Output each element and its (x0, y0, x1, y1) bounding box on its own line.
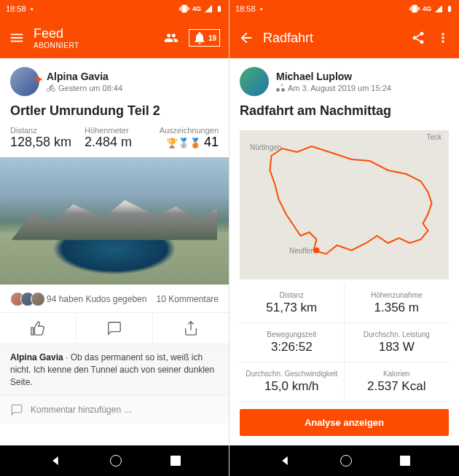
battery-icon (446, 4, 453, 14)
recent-nav-icon[interactable] (400, 456, 410, 466)
page-subtitle: ABONNIERT (34, 41, 155, 49)
kudos-row[interactable]: 94 haben Kudos gegeben 10 Kommentare (0, 285, 229, 312)
route-path (240, 130, 449, 279)
android-nav-bar (0, 445, 229, 476)
page-title: Radfahrt (263, 31, 402, 46)
more-icon[interactable] (436, 31, 450, 45)
activity-detail-screen: 18:58 • 4G Radfahrt Michael Luplow Am 3.… (230, 0, 459, 476)
activity-title: Radfahrt am Nachmittag (230, 100, 459, 126)
activity-title[interactable]: Ortler Umrundung Teil 2 (0, 100, 229, 126)
vibrate-icon (409, 4, 420, 14)
bike-icon (276, 84, 285, 92)
comments-link[interactable]: 10 Kommentare (157, 294, 219, 304)
svg-point-0 (314, 247, 320, 253)
analyze-button[interactable]: Analyse anzeigen (240, 409, 449, 436)
friends-icon[interactable] (164, 31, 178, 45)
signal-icon (204, 4, 213, 13)
signal-icon (434, 4, 443, 13)
route-map[interactable]: Nürtingen Teck Neuffen (240, 130, 449, 279)
bike-icon (47, 84, 55, 92)
feed-screen: 18:58 • 4G Feed ABONNIERT 19 Alpina Gavi… (0, 0, 230, 476)
back-nav-icon[interactable] (278, 454, 291, 467)
user-name: Alpina Gavia (47, 71, 219, 82)
battery-icon (216, 4, 223, 14)
activity-user-row[interactable]: Michael Luplow Am 3. August 2019 um 15:2… (230, 58, 459, 100)
avatar (10, 67, 39, 96)
page-title: Feed (34, 26, 155, 41)
share-icon[interactable] (411, 31, 425, 45)
user-name: Michael Luplow (276, 71, 449, 82)
back-nav-icon[interactable] (49, 454, 62, 467)
medals-icon: 🏆🥈🥉 (166, 138, 201, 148)
comment-button[interactable] (76, 313, 152, 344)
activity-stats: Distanz128,58 km Höhenmeter2.484 m Ausze… (0, 126, 229, 157)
comment-input[interactable]: Kommentar hinzufügen … (0, 395, 229, 424)
stats-grid: Distanz51,73 km Höhenzunahme1.356 m Bewe… (230, 284, 459, 402)
home-nav-icon[interactable] (340, 455, 352, 467)
comment-icon (10, 403, 23, 416)
share-button[interactable] (152, 313, 229, 344)
app-header: Feed ABONNIERT 19 (0, 17, 229, 58)
back-icon[interactable] (238, 30, 254, 46)
kudos-avatars (10, 292, 41, 306)
activity-user-row[interactable]: Alpina Gavia Gestern um 08:44 (0, 58, 229, 100)
status-bar: 18:58 • 4G (0, 0, 229, 17)
app-header: Radfahrt (230, 17, 459, 58)
avatar (240, 67, 269, 96)
recent-nav-icon[interactable] (170, 456, 181, 466)
notification-badge[interactable]: 19 (189, 29, 220, 47)
actions-row (0, 312, 229, 344)
menu-icon[interactable] (9, 30, 25, 46)
comment-preview[interactable]: Alpina Gavia · Ob das permanent so ist, … (0, 344, 229, 395)
status-bar: 18:58 • 4G (230, 0, 459, 17)
home-nav-icon[interactable] (110, 455, 122, 467)
kudos-button[interactable] (0, 313, 76, 344)
vibrate-icon (179, 4, 189, 14)
android-nav-bar (230, 445, 459, 476)
activity-photo[interactable] (0, 157, 229, 285)
